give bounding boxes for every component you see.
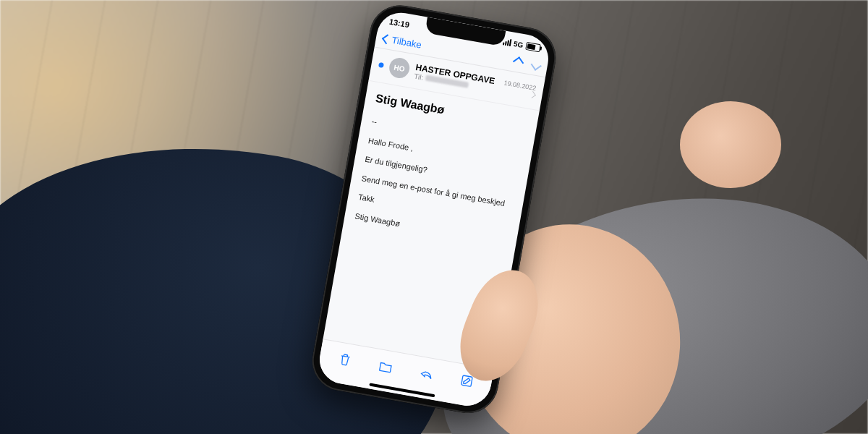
reply-icon <box>417 365 434 382</box>
date-column: 19.08.2022 <box>502 79 537 99</box>
archive-button[interactable] <box>376 358 393 378</box>
to-label: Til: <box>414 72 425 81</box>
avatar: HO <box>388 56 411 80</box>
chevron-right-icon <box>529 91 536 98</box>
header-text: HASTER OPPGAVE Til: <box>414 61 500 94</box>
reply-button[interactable] <box>417 365 435 385</box>
message-nav-arrows <box>514 57 540 69</box>
back-label: Tilbake <box>391 35 422 51</box>
hand-top-silhouette <box>680 101 781 188</box>
network-label: 5G <box>513 39 524 48</box>
svg-rect-0 <box>461 375 472 386</box>
chevron-left-icon <box>382 34 392 44</box>
trash-button[interactable] <box>336 351 353 370</box>
message-date: 19.08.2022 <box>503 79 537 92</box>
clock: 13:19 <box>388 17 410 30</box>
unread-dot-icon <box>378 61 384 67</box>
signal-icon <box>503 38 512 46</box>
message-body: Stig Waagbø -- Hallo Frode , Er du tilgj… <box>341 81 540 264</box>
next-message-button[interactable] <box>531 60 542 71</box>
battery-icon <box>525 41 541 51</box>
prev-message-button[interactable] <box>513 56 524 67</box>
folder-icon <box>377 358 393 375</box>
status-right: 5G <box>502 38 540 52</box>
trash-icon <box>336 351 353 367</box>
